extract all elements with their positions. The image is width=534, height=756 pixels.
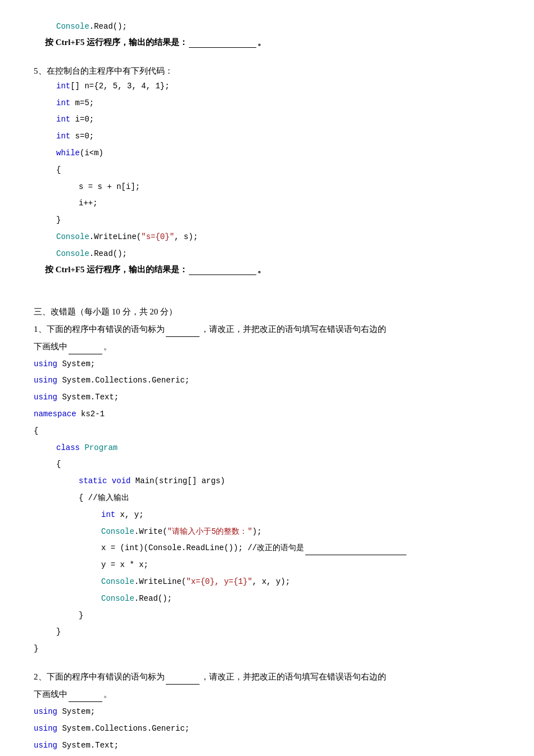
q5-code-2: int m=5; [34, 97, 500, 110]
q31-code-12: x = (int)(Console.ReadLine()); //改正的语句是 [34, 542, 500, 555]
q5-code-5: while(i<m) [34, 147, 500, 160]
q5-code-11: Console.Read(); [34, 248, 500, 261]
q5-code-3: int i=0; [34, 113, 500, 127]
q32-mark-blank [166, 684, 200, 685]
q31-code-14: Console.WriteLine("x={0}, y={1}", x, y); [34, 575, 500, 589]
q5-code-8: i++; [34, 197, 500, 210]
q5-code-4: int s=0; [34, 130, 500, 143]
q32-answer-blank [69, 701, 102, 702]
q31-code-11: Console.Write("请输入小于5的整数："); [34, 525, 500, 539]
q31-code-9: { //输入输出 [34, 492, 500, 505]
q31-code-16: } [34, 609, 500, 623]
q32-code-3: using System.Text; [34, 739, 500, 753]
q5-code-6: { [34, 164, 500, 177]
q5-code-1: int[] n={2, 5, 3, 4, 1}; [34, 80, 500, 93]
answer-blank-4 [189, 47, 256, 48]
q5-code-9: } [34, 214, 500, 227]
code-console-read-tail: Console.Read(); [34, 20, 500, 34]
q31-code-7: { [34, 458, 500, 471]
q31-code-8: static void Main(string[] args) [34, 475, 500, 488]
q31-code-4: namespace ks2-1 [34, 408, 500, 421]
q31-desc: 1、下面的程序中有错误的语句标为，请改正，并把改正的语句填写在错误语句右边的 [34, 322, 500, 337]
q31-answer-blank [69, 354, 102, 354]
q5-code-10: Console.WriteLine("s={0}", s); [34, 231, 500, 244]
q31-code-2: using System.Collections.Generic; [34, 374, 500, 388]
q32-desc2: 下画线中。 [34, 687, 500, 702]
q31-code-5: { [34, 425, 500, 438]
q31-code-6: class Program [34, 442, 500, 455]
q31-desc2: 下画线中。 [34, 339, 500, 354]
answer-blank-5 [189, 274, 256, 275]
q32-code-2: using System.Collections.Generic; [34, 722, 500, 736]
section-3-header: 三、改错题（每小题 10 分，共 20 分） [34, 307, 500, 317]
page-content: Console.Read(); 按 Ctrl+F5 运行程序，输出的结果是：。 … [34, 20, 500, 752]
answer-prompt-5: 按 Ctrl+F5 运行程序，输出的结果是：。 [34, 264, 500, 275]
q5-code-7: s = s + n[i]; [34, 181, 500, 194]
question-5-label: 5、在控制台的主程序中有下列代码： [34, 66, 500, 76]
q31-code-17: } [34, 626, 500, 639]
q31-code-3: using System.Text; [34, 391, 500, 404]
q31-code-1: using System; [34, 358, 500, 371]
q31-mark-blank [166, 336, 200, 337]
q32-code-1: using System; [34, 705, 500, 719]
q31-code-15: Console.Read(); [34, 592, 500, 606]
console-keyword: Console [56, 22, 89, 31]
q32-desc1: 2、下面的程序中有错误的语句标为，请改正，并把改正的语句填写在错误语句右边的 [34, 669, 500, 685]
q31-code-18: } [34, 642, 500, 656]
q31-code-13: y = x * x; [34, 559, 500, 572]
answer-prompt-4: 按 Ctrl+F5 运行程序，输出的结果是：。 [34, 37, 500, 48]
q31-code-10: int x, y; [34, 508, 500, 522]
q31-fix-blank [305, 555, 406, 555]
